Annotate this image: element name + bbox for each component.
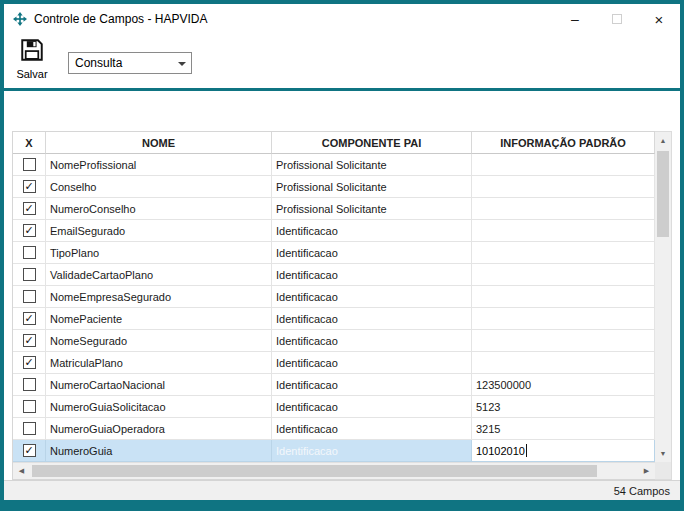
cell-informacao-padrao[interactable]: [472, 154, 655, 176]
cell-nome[interactable]: NumeroCartaoNacional: [46, 374, 272, 396]
cell-nome[interactable]: NomeEmpresaSegurado: [46, 286, 272, 308]
cell-informacao-padrao[interactable]: [472, 176, 655, 198]
row-checkbox-cell[interactable]: ✓: [13, 176, 46, 198]
row-checkbox-cell[interactable]: [13, 418, 46, 440]
vertical-scroll-track[interactable]: [655, 149, 671, 445]
table-row[interactable]: ✓ConselhoProfissional Solicitante: [13, 176, 655, 198]
horizontal-scroll-track[interactable]: [30, 463, 638, 479]
cell-componente-pai[interactable]: Profissional Solicitante: [272, 198, 472, 220]
cell-informacao-padrao[interactable]: 3215: [472, 418, 655, 440]
checkbox-unchecked[interactable]: [23, 158, 36, 171]
table-row[interactable]: ValidadeCartaoPlanoIdentificacao: [13, 264, 655, 286]
row-checkbox-cell[interactable]: ✓: [13, 220, 46, 242]
cell-informacao-padrao[interactable]: 5123: [472, 396, 655, 418]
cell-informacao-padrao[interactable]: [472, 330, 655, 352]
cell-componente-pai[interactable]: Identificacao: [272, 396, 472, 418]
checkbox-checked[interactable]: ✓: [23, 356, 36, 369]
cell-informacao-padrao[interactable]: 123500000: [472, 374, 655, 396]
row-checkbox-cell[interactable]: [13, 242, 46, 264]
checkbox-checked[interactable]: ✓: [23, 312, 36, 325]
cell-componente-pai[interactable]: Identificacao: [272, 374, 472, 396]
row-checkbox-cell[interactable]: [13, 154, 46, 176]
table-row[interactable]: NumeroGuiaSolicitacaoIdentificacao5123: [13, 396, 655, 418]
cell-componente-pai[interactable]: Profissional Solicitante: [272, 176, 472, 198]
header-informacao-padrao[interactable]: INFORMAÇÃO PADRÃO: [472, 132, 655, 154]
save-button[interactable]: Salvar: [12, 37, 52, 80]
header-nome[interactable]: NOME: [46, 132, 272, 154]
cell-componente-pai[interactable]: Identificacao: [272, 330, 472, 352]
row-checkbox-cell[interactable]: ✓: [13, 440, 46, 462]
cell-nome[interactable]: NumeroGuiaSolicitacao: [46, 396, 272, 418]
cell-informacao-padrao[interactable]: [472, 308, 655, 330]
scroll-left-button[interactable]: ◀: [13, 463, 30, 479]
cell-componente-pai[interactable]: Identificacao: [272, 352, 472, 374]
row-checkbox-cell[interactable]: ✓: [13, 308, 46, 330]
cell-nome[interactable]: Conselho: [46, 176, 272, 198]
cell-componente-pai[interactable]: Identificacao: [272, 418, 472, 440]
checkbox-checked[interactable]: ✓: [23, 224, 36, 237]
minimize-button[interactable]: –: [554, 4, 596, 34]
vertical-scroll-thumb[interactable]: [657, 151, 669, 237]
table-row[interactable]: TipoPlanoIdentificacao: [13, 242, 655, 264]
cell-nome[interactable]: NumeroGuia: [46, 440, 272, 462]
cell-componente-pai[interactable]: Identificacao: [272, 220, 472, 242]
table-row[interactable]: ✓EmailSeguradoIdentificacao: [13, 220, 655, 242]
cell-informacao-padrao[interactable]: [472, 242, 655, 264]
cell-nome[interactable]: TipoPlano: [46, 242, 272, 264]
cell-nome[interactable]: ValidadeCartaoPlano: [46, 264, 272, 286]
table-row[interactable]: ✓NumeroGuiaIdentificacao10102010: [13, 440, 655, 462]
cell-nome[interactable]: NomePaciente: [46, 308, 272, 330]
checkbox-unchecked[interactable]: [23, 400, 36, 413]
table-row[interactable]: NumeroGuiaOperadoraIdentificacao3215: [13, 418, 655, 440]
cell-nome[interactable]: NumeroConselho: [46, 198, 272, 220]
scroll-right-button[interactable]: ▶: [638, 463, 655, 479]
cell-nome[interactable]: NumeroGuiaOperadora: [46, 418, 272, 440]
checkbox-unchecked[interactable]: [23, 246, 36, 259]
row-checkbox-cell[interactable]: [13, 264, 46, 286]
checkbox-checked[interactable]: ✓: [23, 444, 36, 457]
cell-informacao-padrao[interactable]: 10102010: [472, 440, 655, 462]
cell-informacao-padrao[interactable]: [472, 352, 655, 374]
checkbox-checked[interactable]: ✓: [23, 180, 36, 193]
row-checkbox-cell[interactable]: ✓: [13, 330, 46, 352]
checkbox-unchecked[interactable]: [23, 422, 36, 435]
header-x[interactable]: X: [13, 132, 46, 154]
checkbox-unchecked[interactable]: [23, 378, 36, 391]
row-checkbox-cell[interactable]: ✓: [13, 198, 46, 220]
maximize-button[interactable]: [596, 4, 638, 34]
vertical-scrollbar[interactable]: ▲ ▼: [655, 131, 672, 480]
row-checkbox-cell[interactable]: [13, 374, 46, 396]
table-row[interactable]: ✓MatriculaPlanoIdentificacao: [13, 352, 655, 374]
table-row[interactable]: NumeroCartaoNacionalIdentificacao1235000…: [13, 374, 655, 396]
cell-componente-pai[interactable]: Identificacao: [272, 440, 472, 462]
cell-nome[interactable]: MatriculaPlano: [46, 352, 272, 374]
cell-informacao-padrao[interactable]: [472, 198, 655, 220]
scroll-down-button[interactable]: ▼: [655, 445, 671, 462]
cell-componente-pai[interactable]: Identificacao: [272, 242, 472, 264]
cell-nome[interactable]: NomeProfissional: [46, 154, 272, 176]
row-checkbox-cell[interactable]: ✓: [13, 352, 46, 374]
horizontal-scrollbar[interactable]: ◀ ▶: [13, 462, 655, 479]
mode-combobox[interactable]: Consulta: [68, 52, 192, 74]
checkbox-unchecked[interactable]: [23, 268, 36, 281]
row-checkbox-cell[interactable]: [13, 396, 46, 418]
horizontal-scroll-thumb[interactable]: [32, 465, 597, 477]
table-row[interactable]: ✓NomeSeguradoIdentificacao: [13, 330, 655, 352]
header-componente-pai[interactable]: COMPONENTE PAI: [272, 132, 472, 154]
row-checkbox-cell[interactable]: [13, 286, 46, 308]
cell-informacao-padrao[interactable]: [472, 264, 655, 286]
cell-componente-pai[interactable]: Identificacao: [272, 308, 472, 330]
checkbox-checked[interactable]: ✓: [23, 334, 36, 347]
cell-nome[interactable]: NomeSegurado: [46, 330, 272, 352]
table-row[interactable]: ✓NumeroConselhoProfissional Solicitante: [13, 198, 655, 220]
checkbox-unchecked[interactable]: [23, 290, 36, 303]
checkbox-checked[interactable]: ✓: [23, 202, 36, 215]
cell-componente-pai[interactable]: Profissional Solicitante: [272, 154, 472, 176]
close-button[interactable]: ×: [638, 4, 680, 34]
table-row[interactable]: NomeProfissionalProfissional Solicitante: [13, 154, 655, 176]
titlebar[interactable]: Controle de Campos - HAPVIDA – ×: [4, 4, 680, 34]
table-row[interactable]: NomeEmpresaSeguradoIdentificacao: [13, 286, 655, 308]
scroll-up-button[interactable]: ▲: [655, 132, 671, 149]
table-row[interactable]: ✓NomePacienteIdentificacao: [13, 308, 655, 330]
cell-informacao-padrao[interactable]: [472, 220, 655, 242]
